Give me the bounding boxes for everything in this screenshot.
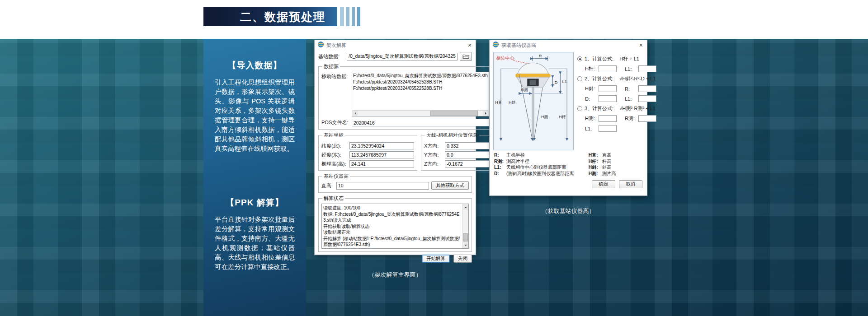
- list-item[interactable]: F:/hctest/ppktest/20200324/05522528B.STH: [353, 85, 488, 92]
- dialog1-titlebar[interactable]: 架次解算 ×: [315, 40, 476, 50]
- pos-filename-input[interactable]: [352, 119, 504, 126]
- status-line: 数据: F:/hctest/0_data/5jingtou_架次解算测试数据/原…: [323, 211, 461, 223]
- hce-input[interactable]: [599, 115, 617, 122]
- legend-text: 测片高: [602, 171, 616, 177]
- folder-open-icon: [462, 54, 470, 59]
- close-icon[interactable]: ×: [638, 42, 644, 48]
- cancel-button[interactable]: 取消: [619, 180, 642, 188]
- rce-input[interactable]: [638, 115, 656, 122]
- legend-key: R测:: [494, 158, 506, 165]
- formula3-label: 3、计算公式:: [585, 105, 613, 112]
- l1c-input[interactable]: [599, 125, 617, 132]
- hgan-input[interactable]: [599, 65, 617, 72]
- vertical-height-input[interactable]: [336, 182, 429, 190]
- dialog2-title: 获取基站仪器高: [501, 42, 636, 49]
- latitude-input[interactable]: [349, 142, 414, 149]
- vscroll-thumb[interactable]: [463, 233, 468, 242]
- banner-accent-bars: [340, 7, 360, 26]
- datasource-group-title: 数据源: [322, 63, 340, 70]
- slide-canvas: 二、数据预处理 【导入数据】 引入工程化思想组织管理用户数据，形象展示架次、镜头…: [0, 0, 868, 316]
- formula2-label: 2、计算公式:: [585, 75, 613, 82]
- list-item[interactable]: F:/hctest/ppktest/20200324/05452528B.STH: [353, 79, 488, 85]
- formula1-label: 1、计算公式:: [585, 56, 613, 62]
- scroll-up-arrow-icon[interactable]: [463, 204, 468, 210]
- hce-field-label: H测:: [585, 115, 597, 122]
- rover-file-list[interactable]: F:/hctest/0_data/5jingtou_架次解算测试数据/原数据/8…: [352, 72, 489, 116]
- r-label: R: [539, 53, 542, 58]
- l1b-input[interactable]: [638, 95, 656, 102]
- dialog2-titlebar[interactable]: 获取基站仪器高 ×: [490, 40, 647, 50]
- scroll-down-arrow-icon[interactable]: [463, 242, 468, 248]
- r-field-label: R:: [625, 86, 637, 92]
- legend-key: H测:: [589, 171, 602, 177]
- y-offset-label: Y方向:: [424, 152, 443, 158]
- hce-label: H测: [541, 115, 548, 119]
- description-panel: 【导入数据】 引入工程化思想组织管理用户数据，形象展示架次、镜头、影像与 POS…: [203, 39, 306, 316]
- x-offset-label: X方向:: [424, 143, 443, 149]
- legend-text: 测高片半径: [506, 158, 529, 165]
- scroll-right-arrow-icon[interactable]: [483, 111, 489, 116]
- close-icon[interactable]: ×: [467, 42, 472, 48]
- formula3-radio[interactable]: [577, 106, 582, 111]
- base-coords-title: 基站坐标: [322, 132, 345, 139]
- r-input[interactable]: [638, 85, 656, 92]
- base-data-label: 基站数据:: [318, 53, 344, 60]
- formula2-expression: √H斜²-R²-D + L1: [619, 75, 656, 82]
- solve-status-group: 解算状态 读取进度: 100/100 数据: F:/hctest/0_data/…: [318, 195, 472, 252]
- app-globe-icon: [318, 41, 324, 49]
- vertical-scrollbar[interactable]: [462, 204, 468, 248]
- z-offset-label: Z方向:: [424, 161, 443, 167]
- dialog1-title: 架次解算: [326, 42, 464, 49]
- legend-text: 主机半径: [506, 152, 525, 158]
- close-button[interactable]: 关闭: [453, 255, 472, 263]
- l1c-field-label: L1:: [585, 126, 597, 131]
- status-log[interactable]: 读取进度: 100/100 数据: F:/hctest/0_data/5jing…: [321, 204, 469, 249]
- longitude-input[interactable]: [349, 151, 414, 158]
- hgan-field-label: H杆:: [585, 65, 597, 72]
- phase-center-label: 相位中心: [495, 56, 514, 60]
- datasource-group: 数据源 移动站数据: F:/hctest/0_data/5jingtou_架次解…: [318, 63, 507, 130]
- formula3-expression: √H测²-R测² + L1: [619, 105, 656, 112]
- legend-key: D:: [494, 171, 506, 177]
- hxie-label: H斜: [509, 100, 516, 105]
- hscroll-thumb[interactable]: [430, 111, 478, 116]
- hxie-field-label: H斜:: [585, 85, 597, 92]
- horizontal-scrollbar[interactable]: [352, 110, 489, 116]
- browse-base-button[interactable]: [460, 52, 472, 61]
- list-item[interactable]: F:/hctest/0_data/5jingtou_架次解算测试数据/原数据/8…: [353, 73, 488, 79]
- hxie-input[interactable]: [599, 85, 617, 92]
- ellipsoid-height-input[interactable]: [349, 160, 414, 167]
- antenna-offset-title: 天线-相机相对位置信息: [425, 132, 479, 139]
- instrument-height-title: 基站仪器高: [322, 173, 350, 180]
- l1-input[interactable]: [638, 65, 656, 72]
- other-method-button[interactable]: 其他获取方式: [431, 181, 469, 190]
- legend-text: 斜高: [602, 164, 611, 171]
- base-data-input[interactable]: [347, 53, 458, 60]
- symbol-legend: R:主机半径 R测:测高片半径 L1:天线相位中心到仪器底部距离 D:(测斜高时…: [490, 150, 647, 177]
- import-data-text: 引入工程化思想组织管理用户数据，形象展示架次、镜头、影像与 POS 关联逻辑对应…: [215, 78, 295, 153]
- legend-key: H杆:: [589, 158, 602, 165]
- d-input[interactable]: [599, 95, 617, 102]
- ok-button[interactable]: 确定: [592, 180, 615, 188]
- longitude-label: 经度(东):: [321, 152, 348, 158]
- scroll-left-arrow-icon[interactable]: [352, 111, 358, 116]
- start-solve-button[interactable]: 开始解算: [422, 255, 450, 263]
- latitude-label: 纬度(北):: [321, 143, 348, 149]
- hgan-label: H杆: [559, 115, 566, 119]
- app-globe-icon: [493, 41, 499, 49]
- l1b-field-label: L1:: [625, 96, 637, 102]
- legend-text: 直高: [602, 152, 611, 158]
- formula1-radio[interactable]: [577, 56, 582, 61]
- section-banner: 二、数据预处理: [203, 7, 337, 26]
- formula2-radio[interactable]: [577, 76, 582, 81]
- receiver-diagram: R 相位中心 R测: [493, 52, 574, 150]
- instrument-height-group: 基站仪器高 直高 其他获取方式: [318, 173, 472, 193]
- pos-filename-label: POS文件名:: [321, 119, 349, 126]
- l1-field-label: L1:: [625, 66, 637, 72]
- vertical-height-label: 直高: [321, 182, 334, 189]
- dialog2-caption: （获取基站仪器高）: [489, 207, 647, 215]
- ppk-text: 平台直接针对多架次批量后差分解算，支持常用观测文件格式，支持南方、大疆无人机观测…: [215, 215, 295, 272]
- formula1-expression: H杆 + L1: [619, 56, 639, 62]
- hzhi-label: H直: [495, 100, 502, 105]
- rce-field-label: R测:: [625, 115, 637, 122]
